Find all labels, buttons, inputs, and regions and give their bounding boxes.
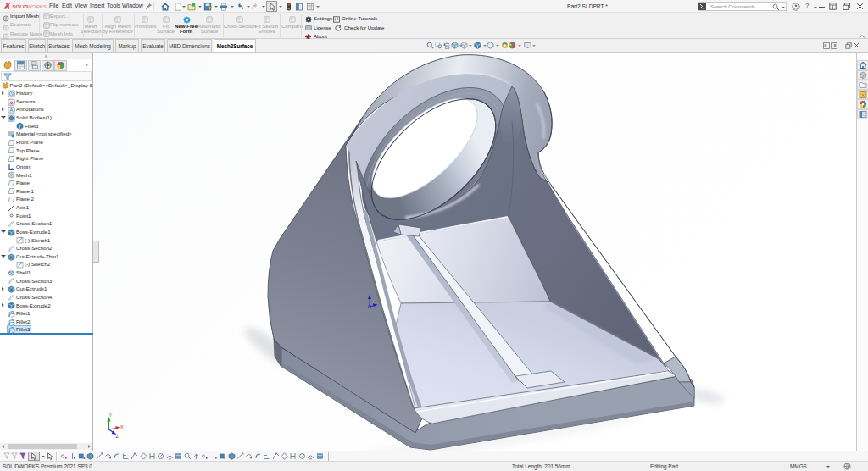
svg-text:X: X [120,424,124,429]
svg-text:A: A [9,108,13,113]
svg-text:Y: Y [109,413,113,418]
svg-text:WORKS: WORKS [27,3,47,9]
svg-text:Z: Z [116,434,120,439]
